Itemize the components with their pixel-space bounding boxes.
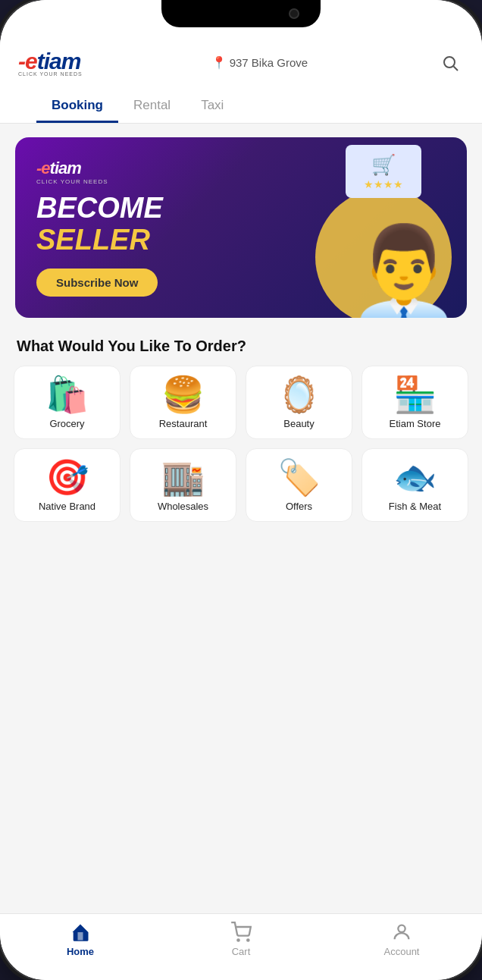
cart-label: Cart (232, 946, 251, 957)
svg-line-1 (454, 66, 459, 71)
location-pin-icon: 📍 (211, 55, 227, 70)
category-beauty[interactable]: 🪞 Beauty (246, 366, 352, 439)
phone-frame: -etiam CLICK YOUR NEEDS 📍 937 Bika Grove (0, 0, 482, 980)
cart-icon-banner: 🛒 (371, 153, 396, 177)
header: -etiam CLICK YOUR NEEDS 📍 937 Bika Grove (0, 38, 482, 123)
logo-text: -etiam (18, 49, 83, 74)
wholesales-label: Wholesales (158, 501, 208, 512)
search-button[interactable] (437, 49, 464, 77)
offers-icon: 🏷️ (277, 460, 321, 495)
section-title: What Would You Like To Order? (0, 331, 482, 366)
notch (161, 0, 321, 27)
tabs-container: Booking Rental Taxi (18, 89, 464, 123)
logo-sub: CLICK YOUR NEEDS (18, 71, 83, 77)
app-content: -etiam CLICK YOUR NEEDS 📍 937 Bika Grove (0, 38, 482, 913)
native-brand-label: Native Brand (39, 501, 95, 512)
svg-point-2 (237, 939, 239, 941)
nav-cart[interactable]: Cart (211, 922, 271, 957)
location-text: 937 Bika Grove (230, 56, 308, 69)
banner-illustration: 🛒 ★★★★ 👨‍💼 (218, 137, 467, 318)
beauty-icon: 🪞 (277, 377, 321, 412)
banner-container: -etiam CLICK YOUR NEEDS BECOME SELLER Su… (0, 124, 482, 331)
cart-icon (230, 922, 252, 943)
category-wholesales[interactable]: 🏬 Wholesales (130, 448, 236, 522)
native-brand-icon: 🎯 (45, 460, 89, 495)
etiam-store-label: Etiam Store (390, 418, 441, 429)
account-label: Account (384, 946, 420, 957)
category-fish-meat[interactable]: 🐟 Fish & Meat (362, 448, 468, 522)
wholesales-icon: 🏬 (161, 460, 205, 495)
banner-laptop-card: 🛒 ★★★★ (346, 145, 421, 198)
bottom-nav: Home Cart Account (0, 913, 482, 980)
grocery-label: Grocery (49, 418, 84, 429)
grocery-icon: 🛍️ (45, 377, 89, 412)
offers-label: Offers (286, 501, 312, 512)
banner-logo: -etiam CLICK YOUR NEEDS (36, 159, 108, 185)
restaurant-icon: 🍔 (161, 377, 205, 412)
etiam-store-icon: 🏪 (393, 377, 437, 412)
restaurant-label: Restaurant (159, 418, 208, 429)
person-illustration: 👨‍💼 (347, 227, 461, 318)
fish-meat-label: Fish & Meat (389, 501, 441, 512)
category-offers[interactable]: 🏷️ Offers (246, 448, 352, 522)
header-top: -etiam CLICK YOUR NEEDS 📍 937 Bika Grove (18, 49, 464, 77)
category-etiam-store[interactable]: 🏪 Etiam Store (362, 366, 468, 439)
logo: -etiam CLICK YOUR NEEDS (18, 49, 83, 77)
tab-taxi[interactable]: Taxi (186, 89, 239, 123)
category-grocery[interactable]: 🛍️ Grocery (14, 366, 121, 439)
svg-point-0 (444, 57, 455, 68)
category-restaurant[interactable]: 🍔 Restaurant (130, 366, 236, 439)
fish-meat-icon: 🐟 (393, 460, 437, 495)
account-icon (391, 922, 412, 943)
search-icon (441, 54, 459, 72)
svg-point-4 (398, 925, 405, 932)
nav-home[interactable]: Home (50, 922, 111, 957)
camera (289, 8, 299, 19)
tab-booking[interactable]: Booking (36, 89, 118, 123)
tab-rental[interactable]: Rental (118, 89, 186, 123)
home-label: Home (67, 946, 94, 957)
beauty-label: Beauty (283, 418, 314, 429)
stars-banner: ★★★★ (364, 178, 403, 190)
category-native-brand[interactable]: 🎯 Native Brand (14, 448, 121, 522)
nav-account[interactable]: Account (371, 922, 432, 957)
home-icon (70, 922, 91, 943)
svg-point-3 (247, 939, 249, 941)
banner: -etiam CLICK YOUR NEEDS BECOME SELLER Su… (15, 137, 467, 318)
banner-title: BECOME SELLER (36, 193, 163, 256)
subscribe-button[interactable]: Subscribe Now (36, 269, 158, 297)
category-grid: 🛍️ Grocery 🍔 Restaurant 🪞 Beauty 🏪 Etiam… (0, 366, 482, 532)
location[interactable]: 📍 937 Bika Grove (211, 55, 308, 70)
screen: -etiam CLICK YOUR NEEDS 📍 937 Bika Grove (0, 0, 482, 980)
